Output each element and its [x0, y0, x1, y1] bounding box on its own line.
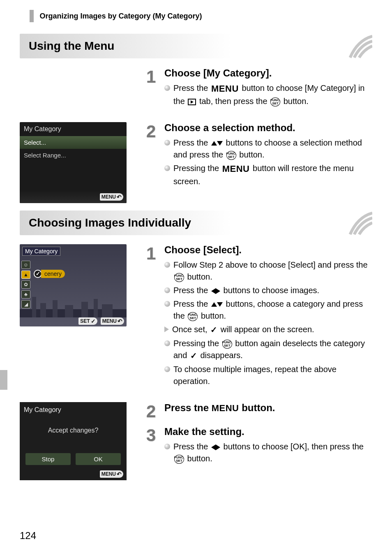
- func-set-button-icon: FUNC.SET: [174, 455, 184, 464]
- step-instruction: Press the MENU button to choose [My Cate…: [173, 82, 372, 107]
- ok-button: OK: [76, 453, 121, 465]
- step-instruction: Follow Step 2 above to choose [Select] a…: [173, 259, 372, 283]
- category-label: cenery: [41, 270, 65, 278]
- step-number: 1: [146, 67, 159, 109]
- lcd-screenshot-menu: My Category Select... Select Range... ME…: [20, 122, 127, 203]
- checkmark-icon: ✓: [34, 270, 42, 278]
- step-instruction: Pressing the FUNC.SET button again desel…: [173, 338, 372, 362]
- result-arrow-icon: [164, 326, 169, 332]
- stop-button: Stop: [25, 453, 71, 465]
- checkmark-icon: ✓: [190, 350, 197, 362]
- bullet-icon: [164, 366, 170, 372]
- bullet-icon: [164, 165, 170, 171]
- confirm-message: Accept changes?: [20, 418, 127, 443]
- step-1-choose-my-category: 1 Choose [My Category]. Press the MENU b…: [146, 67, 372, 109]
- category-people-icon: ☺: [21, 261, 30, 269]
- step-3-make-setting: 3 Make the setting. Press the buttons to…: [146, 426, 372, 466]
- step-instruction: Press the buttons to choose a selection …: [173, 137, 372, 161]
- left-right-arrows-icon: [211, 288, 220, 294]
- step-instruction: Press the buttons, choose a category and…: [173, 298, 372, 322]
- svg-rect-2: [40, 303, 46, 317]
- step-2-press-menu: 2 Press tne MENU button.: [146, 402, 372, 420]
- lcd-screenshot-photo: My Category ☺ ▲ ✿ ♣ ◢ ✓ cenery: [20, 244, 127, 326]
- corner-decoration-icon: [340, 34, 372, 58]
- bullet-icon: [164, 340, 170, 346]
- menu-back-chip: MENU↶: [100, 193, 123, 201]
- playback-tab-icon: [188, 99, 196, 105]
- step-title: Press tne MENU button.: [164, 402, 372, 414]
- menu-button-icon: MENU: [222, 162, 250, 176]
- section-heading-text: Choosing Images Individually: [29, 216, 191, 229]
- corner-decoration-icon: [340, 211, 372, 235]
- lcd-screenshot-confirm: My Category Accept changes? Stop OK MENU…: [20, 402, 127, 480]
- up-down-arrows-icon: [211, 141, 223, 146]
- lcd-title: My Category: [20, 122, 127, 136]
- lcd-top-label: My Category: [22, 247, 60, 256]
- svg-rect-4: [65, 305, 73, 317]
- menu-back-chip: MENU↶: [100, 470, 123, 478]
- header-accent-bar: [30, 10, 34, 22]
- menu-button-icon: MENU: [212, 403, 239, 413]
- set-check-chip: SET✓: [78, 317, 97, 325]
- page-number: 124: [20, 530, 36, 541]
- svg-rect-7: [102, 304, 113, 317]
- func-set-button-icon: FUNC.SET: [174, 273, 184, 282]
- bullet-icon: [164, 287, 170, 293]
- left-right-arrows-icon: [211, 444, 220, 450]
- step-instruction: Once set, ✓ will appear on the screen.: [172, 324, 372, 336]
- step-number: 1: [146, 244, 159, 389]
- lcd-title: My Category: [20, 402, 127, 418]
- category-tag-chip: ✓ cenery: [34, 270, 65, 278]
- func-set-button-icon: FUNC.SET: [222, 340, 232, 349]
- step-number: 2: [146, 122, 159, 189]
- section-heading-using-menu: Using the Menu: [20, 34, 372, 58]
- section-heading-choosing-individually: Choosing Images Individually: [20, 211, 372, 235]
- bullet-icon: [164, 262, 170, 268]
- func-set-button-icon: FUNC.SET: [270, 97, 280, 106]
- category-scenery-icon: ▲: [21, 271, 30, 279]
- svg-rect-3: [53, 300, 58, 317]
- bullet-icon: [164, 301, 170, 307]
- step-instruction: Pressing the MENU button will restore th…: [173, 162, 372, 187]
- step-title: Choose [My Category].: [164, 67, 372, 79]
- func-set-button-icon: FUNC.SET: [188, 312, 198, 321]
- step-number: 2: [146, 402, 159, 420]
- up-down-arrows-icon: [211, 302, 223, 307]
- step-2-choose-selection-method: 2 Choose a selection method. Press the b…: [146, 122, 372, 189]
- page-edge-tab: [0, 370, 7, 390]
- func-set-button-icon: FUNC.SET: [226, 151, 236, 160]
- step-instruction: To choose multiple images, repeat the ab…: [173, 363, 372, 387]
- section-heading-text: Using the Menu: [29, 39, 114, 52]
- svg-rect-5: [81, 302, 88, 317]
- skyline-illustration: [20, 293, 127, 317]
- svg-rect-1: [32, 297, 36, 317]
- bullet-icon: [164, 140, 170, 146]
- running-header: Organizing Images by Category (My Catego…: [20, 10, 372, 22]
- category-events-icon: ✿: [21, 280, 30, 289]
- svg-rect-6: [94, 299, 98, 317]
- checkmark-icon: ✓: [210, 324, 217, 336]
- menu-button-icon: MENU: [211, 82, 239, 95]
- lcd-option-select: Select...: [20, 136, 127, 149]
- step-title: Choose [Select].: [164, 244, 372, 256]
- step-1-choose-select: 1 Choose [Select]. Follow Step 2 above t…: [146, 244, 372, 389]
- step-instruction: Press the buttons to choose [OK], then p…: [173, 441, 372, 465]
- step-title: Make the setting.: [164, 426, 372, 437]
- step-number: 3: [146, 426, 159, 466]
- header-title: Organizing Images by Category (My Catego…: [39, 12, 202, 20]
- step-title: Choose a selection method.: [164, 122, 372, 134]
- step-instruction: Press the buttons to choose images.: [173, 285, 372, 296]
- lcd-option-select-range: Select Range...: [20, 149, 127, 162]
- bullet-icon: [164, 444, 170, 449]
- bullet-icon: [164, 85, 170, 91]
- menu-back-chip: MENU↶: [101, 317, 124, 325]
